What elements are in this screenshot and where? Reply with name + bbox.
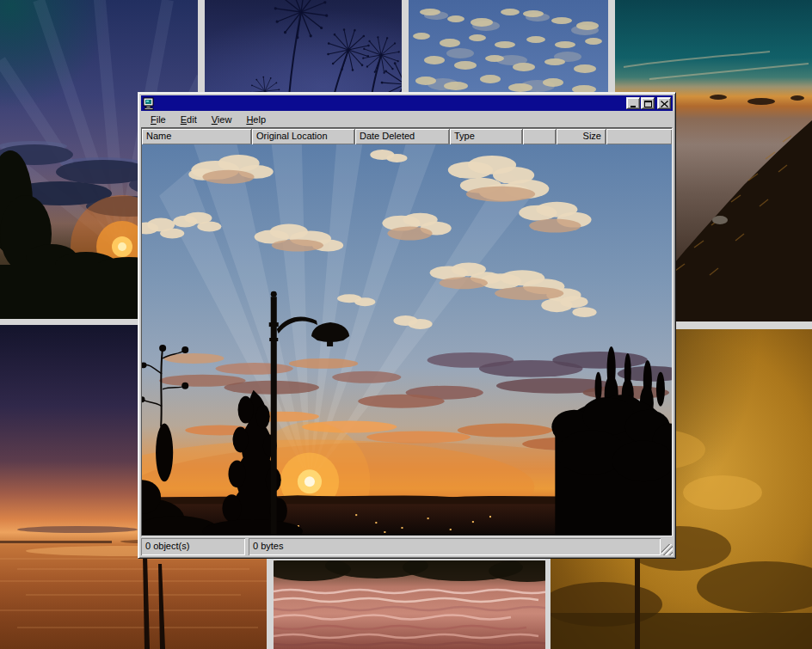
column-header-type[interactable]: Type <box>450 129 522 144</box>
wallpaper-water-reflections-photo <box>274 560 545 649</box>
list-view: Name Original Location Date Deleted Type… <box>141 127 673 536</box>
close-button[interactable] <box>657 97 671 109</box>
column-header-blank <box>523 129 556 144</box>
maximize-button[interactable] <box>641 97 655 109</box>
column-header-trailing <box>606 129 672 144</box>
titlebar[interactable] <box>141 95 673 111</box>
window-content-photo[interactable] <box>142 144 672 536</box>
menu-edit[interactable]: Edit <box>176 113 202 126</box>
column-header-date-deleted[interactable]: Date Deleted <box>355 129 449 144</box>
column-header-size[interactable]: Size <box>557 129 606 144</box>
column-header-row: Name Original Location Date Deleted Type… <box>142 128 672 144</box>
status-size-total: 0 bytes <box>249 538 661 555</box>
status-object-count: 0 object(s) <box>141 538 245 555</box>
status-bar: 0 object(s) 0 bytes <box>141 538 673 555</box>
wallpaper-seed-heads-photo <box>205 0 402 96</box>
column-header-original-location[interactable]: Original Location <box>252 129 354 144</box>
menu-help[interactable]: Help <box>242 113 271 126</box>
window-computer-icon <box>143 97 157 110</box>
menu-file[interactable]: File <box>146 113 171 126</box>
menu-bar: File Edit View Help <box>141 111 673 127</box>
desktop: File Edit View Help Name Original Locati… <box>0 0 812 649</box>
sunset-streetlamp-art <box>142 144 672 536</box>
column-header-name[interactable]: Name <box>142 129 251 144</box>
minimize-button[interactable] <box>626 97 640 109</box>
seed-heads-art <box>205 0 402 96</box>
menu-view[interactable]: View <box>207 113 237 126</box>
water-reflections-art <box>274 560 545 649</box>
recycle-bin-window: File Edit View Help Name Original Locati… <box>138 92 676 559</box>
wallpaper-dappled-clouds-photo <box>409 0 608 96</box>
resize-grip[interactable] <box>661 544 673 555</box>
dappled-clouds-art <box>409 0 608 96</box>
